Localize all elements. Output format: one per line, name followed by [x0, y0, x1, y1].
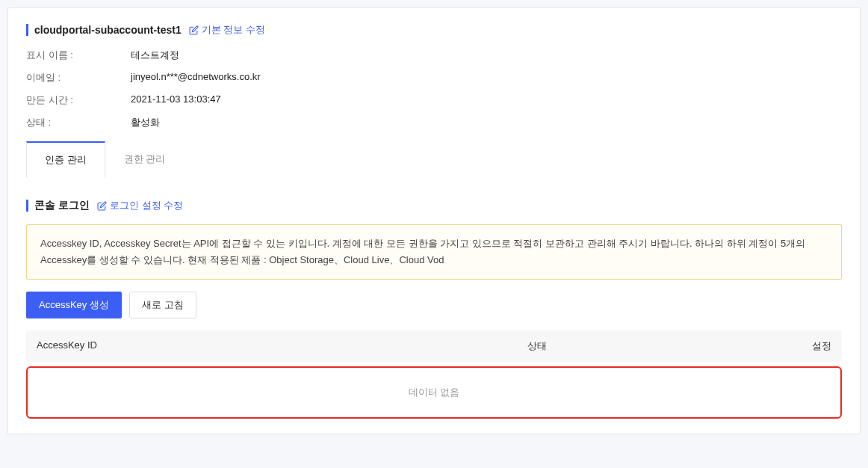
title-row: cloudportal-subaccount-test1 기본 정보 수정 [26, 23, 842, 37]
created-row: 만든 시간 : 2021-11-03 13:03:47 [26, 93, 842, 107]
edit-login-settings-link[interactable]: 로그인 설정 수정 [97, 199, 183, 212]
refresh-button[interactable]: 새로 고침 [129, 292, 196, 318]
col-accesskey-id: AccessKey ID [37, 339, 390, 353]
section-bar [26, 24, 28, 36]
created-value: 2021-11-03 13:03:47 [131, 93, 221, 107]
empty-data-box: 데이터 없음 [26, 366, 842, 419]
email-label: 이메일 : [26, 71, 131, 84]
accesskey-notice: Accesskey ID, Accesskey Secret는 API에 접근할… [26, 224, 842, 280]
edit-basic-info-link[interactable]: 기본 정보 수정 [189, 23, 265, 37]
col-settings: 설정 [684, 339, 831, 353]
edit-login-settings-label: 로그인 설정 수정 [110, 199, 183, 212]
edit-basic-info-label: 기본 정보 수정 [202, 23, 265, 37]
col-status: 상태 [390, 339, 684, 353]
section-bar [26, 200, 28, 212]
status-row: 상태 : 활성화 [26, 116, 842, 129]
account-detail-card: cloudportal-subaccount-test1 기본 정보 수정 표시… [7, 7, 861, 434]
email-value: jinyeol.n***@cdnetworks.co.kr [131, 71, 261, 84]
button-row: AccessKey 생성 새로 고침 [26, 292, 842, 318]
created-label: 만든 시간 : [26, 93, 131, 107]
display-name-row: 표시 이름 : 테스트계정 [26, 49, 842, 62]
tab-auth[interactable]: 인증 관리 [26, 141, 105, 178]
console-title: 콘솔 로그인 [34, 199, 90, 212]
tabs: 인증 관리 권한 관리 [26, 141, 842, 178]
generate-accesskey-button[interactable]: AccessKey 생성 [26, 292, 122, 318]
edit-icon [189, 25, 199, 35]
tab-perm[interactable]: 권한 관리 [105, 141, 185, 178]
status-label: 상태 : [26, 116, 131, 129]
display-name-value: 테스트계정 [131, 49, 179, 62]
account-name: cloudportal-subaccount-test1 [34, 24, 182, 36]
display-name-label: 표시 이름 : [26, 49, 131, 62]
edit-icon [97, 201, 107, 211]
email-row: 이메일 : jinyeol.n***@cdnetworks.co.kr [26, 71, 842, 84]
console-title-row: 콘솔 로그인 로그인 설정 수정 [26, 199, 842, 212]
table-header: AccessKey ID 상태 설정 [26, 330, 842, 362]
status-value: 활성화 [131, 116, 160, 129]
